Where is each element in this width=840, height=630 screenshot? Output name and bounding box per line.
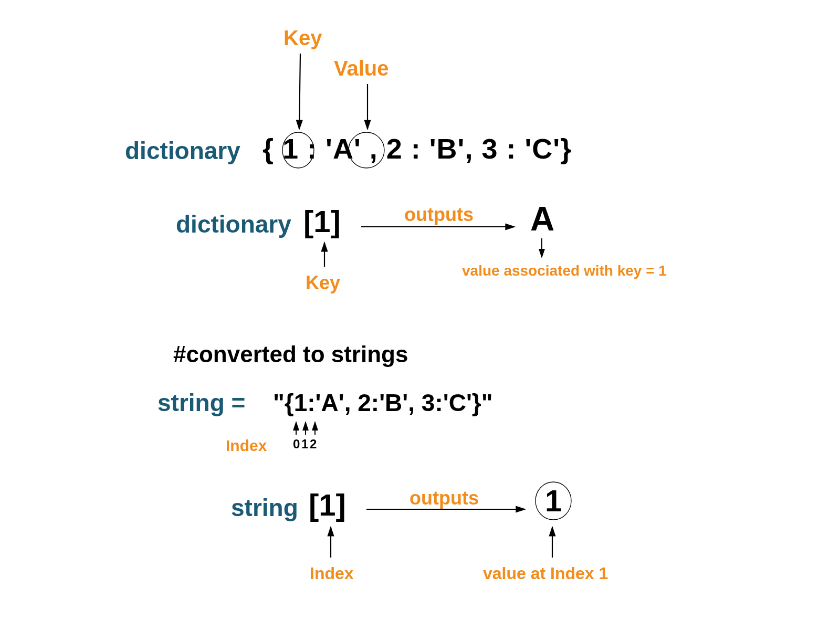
label-value-top: Value <box>334 57 389 80</box>
label-index: Index <box>226 437 267 455</box>
string-result-1: 1 <box>545 483 562 518</box>
string-literal: "{1:'A', 2:'B', 3:'C'}" <box>273 388 493 417</box>
label-string-access: string <box>231 494 298 522</box>
diagram-root: { "labels": { "key": "Key", "value": "Va… <box>0 0 840 630</box>
index-chars: 0 1 2 <box>293 437 316 452</box>
string-access-bracket: [1] <box>309 487 346 522</box>
label-value-at-index: value at Index 1 <box>483 564 608 583</box>
label-index-2: Index <box>310 564 354 583</box>
label-key-bottom: Key <box>306 272 340 294</box>
dict-result-A: A <box>530 200 554 238</box>
label-string-eq: string = <box>158 388 245 417</box>
dict-literal: { 1 : 'A' , 2 : 'B', 3 : 'C'} <box>262 132 572 165</box>
label-dictionary-access: dictionary <box>176 210 291 238</box>
label-outputs-2: outputs <box>410 487 479 509</box>
label-dictionary: dictionary <box>125 136 240 165</box>
label-key-top: Key <box>284 26 322 50</box>
overlay-svg <box>0 0 840 630</box>
label-outputs-1: outputs <box>404 204 474 226</box>
comment: #converted to strings <box>173 341 408 368</box>
label-value-assoc: value associated with key = 1 <box>462 262 667 279</box>
svg-line-2 <box>299 54 300 129</box>
dict-access-bracket: [1] <box>303 204 341 239</box>
